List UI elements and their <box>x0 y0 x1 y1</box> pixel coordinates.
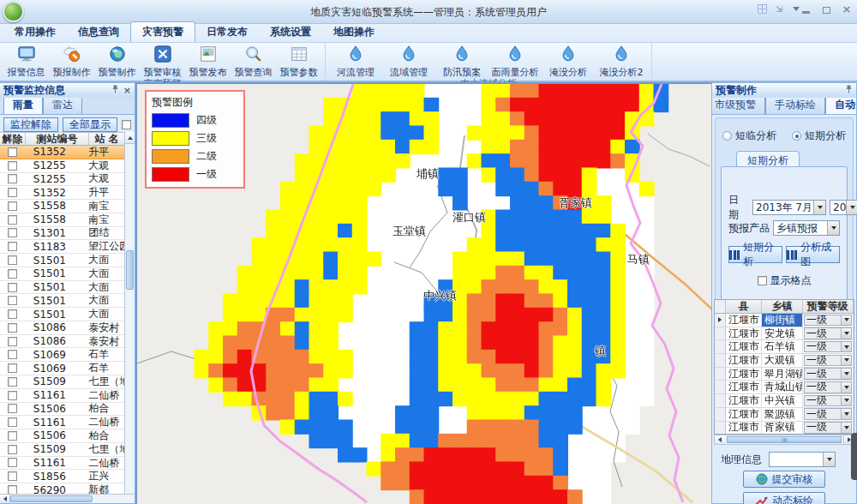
release-checkbox[interactable] <box>8 201 17 211</box>
报警信息-button[interactable]: 报警信息 <box>3 43 49 79</box>
town-warning-row[interactable]: 江堰市安龙镇一级 <box>715 327 854 341</box>
dropdown-arrow-icon[interactable] <box>841 369 851 379</box>
geo-info-select[interactable] <box>769 452 836 467</box>
expand-tool-icon[interactable]: ⇲ <box>772 3 786 15</box>
流域管理-button[interactable]: 流域管理 <box>382 43 435 79</box>
station-row[interactable]: S1352升平 <box>0 186 124 200</box>
station-row[interactable]: S1086泰安村 <box>0 335 124 349</box>
release-checkbox[interactable] <box>8 417 17 427</box>
show-all-button[interactable]: 全部显示 <box>63 117 117 132</box>
close-icon[interactable]: × <box>123 85 131 96</box>
station-row[interactable]: S1069石羊 <box>0 348 124 362</box>
menu-tab-5[interactable]: 系统设置 <box>259 22 322 42</box>
date-select[interactable]: 2013年 7月 8日 <box>752 200 826 215</box>
station-row[interactable]: S1255大观 <box>0 159 124 173</box>
station-row[interactable]: S1501大面 <box>0 267 124 281</box>
release-checkbox[interactable] <box>8 309 17 319</box>
station-row[interactable]: S1509七里（地质灾 <box>0 443 124 457</box>
town-warning-row[interactable]: 江堰市中兴镇一级 <box>715 394 854 408</box>
release-checkbox[interactable] <box>8 391 17 400</box>
minimize-button[interactable] <box>799 3 812 14</box>
station-row[interactable]: S1255大观 <box>0 173 124 187</box>
tab-radar[interactable]: 雷达 <box>43 98 82 114</box>
town-table-hscrollbar[interactable] <box>714 435 854 445</box>
dynamic-draw-button[interactable]: 动态标绘 <box>743 492 825 504</box>
release-checkbox[interactable] <box>8 161 17 171</box>
预警制作-button[interactable]: 预警制作 <box>94 43 140 79</box>
release-checkbox[interactable] <box>8 458 17 467</box>
dropdown-arrow-icon[interactable] <box>841 315 851 326</box>
level-select[interactable]: 一级 <box>804 368 852 380</box>
release-checkbox[interactable] <box>8 174 17 183</box>
dropdown-arrow-icon[interactable] <box>841 423 851 433</box>
release-checkbox[interactable] <box>8 337 17 346</box>
show-gridpoints-checkbox[interactable] <box>758 276 767 285</box>
tab-city-warning[interactable]: 市级预警 <box>712 98 765 114</box>
station-row[interactable]: S1069石羊 <box>0 362 124 375</box>
town-warning-row[interactable]: 江堰市青城山镇一级 <box>715 381 854 394</box>
station-row[interactable]: S1558南宝 <box>0 213 124 227</box>
淹没分析-button[interactable]: 淹没分析 <box>542 43 595 79</box>
close-button[interactable]: × <box>840 3 854 14</box>
防汛预案-button[interactable]: 防汛预案 <box>435 43 488 79</box>
预警审核-button[interactable]: 预警审核 <box>140 43 185 79</box>
scroll-up-icon[interactable] <box>125 132 135 144</box>
town-warning-row[interactable]: 江堰市胥家镇一级 <box>715 422 854 435</box>
scroll-left-icon[interactable] <box>715 435 725 444</box>
hscroll-thumb[interactable] <box>727 436 842 443</box>
submit-audit-button[interactable]: 提交审核 <box>743 471 825 488</box>
station-row[interactable]: S1501大面 <box>0 281 124 295</box>
release-checkbox[interactable] <box>8 471 17 481</box>
radio-checked-icon[interactable] <box>792 131 801 141</box>
product-select[interactable]: 乡镇预报 <box>773 220 840 236</box>
map-view[interactable]: 埔镇胥家镇灌口镇玉堂镇马镇中兴镇镇 预警图例 四级三级二级一级 <box>135 82 711 504</box>
menu-tab-2[interactable]: 信息查询 <box>67 22 130 42</box>
release-checkbox[interactable] <box>8 296 17 305</box>
release-checkbox[interactable] <box>8 147 17 157</box>
maximize-button[interactable] <box>819 3 833 14</box>
town-warning-row[interactable]: 江堰市石羊镇一级 <box>715 340 854 354</box>
station-row[interactable]: S1501大面 <box>0 254 124 267</box>
dropdown-arrow-icon[interactable] <box>841 409 851 419</box>
预警查询-button[interactable]: 预警查询 <box>231 43 276 79</box>
radio-icon[interactable] <box>722 131 732 141</box>
release-checkbox[interactable] <box>8 215 17 225</box>
release-checkbox[interactable] <box>8 445 17 454</box>
dropdown-arrow-icon[interactable] <box>841 356 851 366</box>
station-row[interactable]: S1506柏合 <box>0 429 124 443</box>
grid-tool-icon[interactable] <box>755 3 769 15</box>
level-select[interactable]: 一级 <box>804 327 852 339</box>
面雨量分析-button[interactable]: 面雨量分析 <box>488 43 542 79</box>
scroll-left-icon[interactable] <box>0 495 10 503</box>
vscroll-thumb[interactable] <box>126 250 134 290</box>
pin-icon[interactable] <box>111 85 119 96</box>
pin-icon[interactable] <box>845 85 853 96</box>
station-row[interactable]: S1161二仙桥 <box>0 416 124 429</box>
collapsed-panel-strip[interactable] <box>851 433 857 480</box>
station-row[interactable]: S1161二仙桥 <box>0 457 124 471</box>
dropdown-arrow-icon[interactable] <box>841 328 851 339</box>
station-table-hscrollbar[interactable] <box>0 494 135 503</box>
station-row[interactable]: S1501大面 <box>0 308 124 321</box>
release-checkbox[interactable] <box>8 404 17 413</box>
hscroll-thumb[interactable] <box>10 495 93 502</box>
level-select[interactable]: 一级 <box>804 355 852 367</box>
analysis-to-map-button[interactable]: 分析成图 <box>786 246 840 263</box>
station-row[interactable]: S1558南宝 <box>0 200 124 213</box>
menu-tab-6[interactable]: 地图操作 <box>322 22 386 42</box>
level-select[interactable]: 一级 <box>804 422 852 434</box>
station-row[interactable]: S1352升平 <box>0 146 124 159</box>
release-checkbox[interactable] <box>8 377 17 387</box>
station-row[interactable]: S1183望江公园 <box>0 240 124 254</box>
release-checkbox[interactable] <box>8 363 17 373</box>
station-row[interactable]: S1086泰安村 <box>0 321 124 335</box>
release-checkbox[interactable] <box>8 188 17 197</box>
release-checkbox[interactable] <box>8 485 17 494</box>
level-select[interactable]: 一级 <box>804 381 852 393</box>
menu-tab-4[interactable]: 日常发布 <box>195 22 259 42</box>
release-checkbox[interactable] <box>8 350 17 359</box>
station-row[interactable]: S1501大面 <box>0 294 124 308</box>
level-select[interactable]: 一级 <box>804 395 852 407</box>
town-warning-row[interactable]: 江堰市翠月湖镇一级 <box>715 368 854 381</box>
level-select[interactable]: 一级 <box>804 341 852 353</box>
